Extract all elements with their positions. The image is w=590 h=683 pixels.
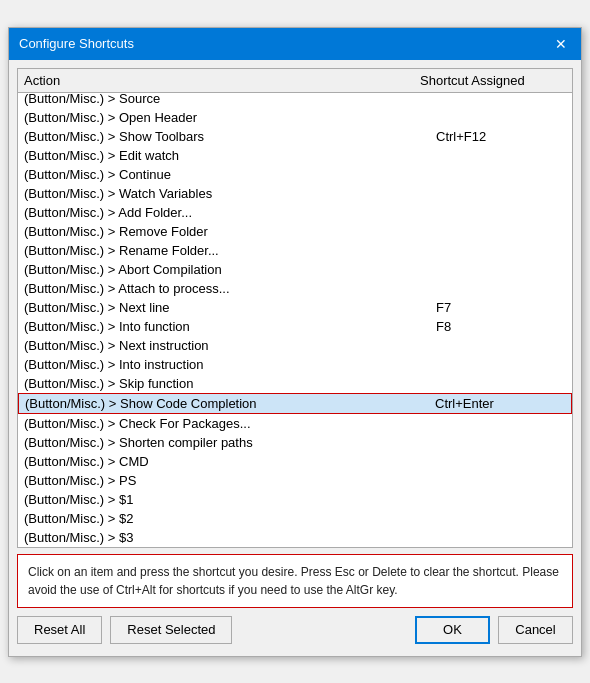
row-shortcut-text — [436, 416, 566, 431]
row-shortcut-text: F7 — [436, 300, 566, 315]
row-action-text: (Button/Misc.) > Shorten compiler paths — [24, 435, 436, 450]
row-action-text: (Button/Misc.) > Into function — [24, 319, 436, 334]
row-shortcut-text — [436, 262, 566, 277]
row-action-text: (Button/Misc.) > Abort Compilation — [24, 262, 436, 277]
row-shortcut-text — [436, 473, 566, 488]
table-row[interactable]: (Button/Misc.) > Add Folder... — [18, 203, 572, 222]
reset-all-button[interactable]: Reset All — [17, 616, 102, 644]
dialog-title: Configure Shortcuts — [19, 36, 134, 51]
row-shortcut-text — [436, 205, 566, 220]
row-shortcut-text — [436, 186, 566, 201]
button-row: Reset All Reset Selected OK Cancel — [17, 614, 573, 648]
row-action-text: (Button/Misc.) > Rename Folder... — [24, 243, 436, 258]
row-shortcut-text — [436, 511, 566, 526]
row-action-text: (Button/Misc.) > PS — [24, 473, 436, 488]
row-shortcut-text — [436, 93, 566, 106]
row-shortcut-text — [436, 281, 566, 296]
table-row[interactable]: (Button/Misc.) > Edit watch — [18, 146, 572, 165]
right-buttons: OK Cancel — [415, 616, 573, 644]
table-body[interactable]: (Button/Misc.) > View CPU window(Button/… — [18, 93, 572, 547]
table-row[interactable]: (Button/Misc.) > Into functionF8 — [18, 317, 572, 336]
row-shortcut-text: Ctrl+F12 — [436, 129, 566, 144]
table-row[interactable]: (Button/Misc.) > Next lineF7 — [18, 298, 572, 317]
row-action-text: (Button/Misc.) > $1 — [24, 492, 436, 507]
reset-selected-button[interactable]: Reset Selected — [110, 616, 232, 644]
table-row[interactable]: (Button/Misc.) > Attach to process... — [18, 279, 572, 298]
row-shortcut-text — [436, 530, 566, 545]
table-row[interactable]: (Button/Misc.) > Continue — [18, 165, 572, 184]
table-row[interactable]: (Button/Misc.) > Source — [18, 93, 572, 108]
row-shortcut-text — [436, 167, 566, 182]
row-action-text: (Button/Misc.) > Add Folder... — [24, 205, 436, 220]
row-action-text: (Button/Misc.) > Continue — [24, 167, 436, 182]
row-action-text: (Button/Misc.) > Source — [24, 93, 436, 106]
row-shortcut-text — [436, 243, 566, 258]
table-row[interactable]: (Button/Misc.) > Shorten compiler paths — [18, 433, 572, 452]
title-bar: Configure Shortcuts ✕ — [9, 28, 581, 60]
row-shortcut-text — [436, 148, 566, 163]
row-action-text: (Button/Misc.) > Next instruction — [24, 338, 436, 353]
table-row[interactable]: (Button/Misc.) > Next instruction — [18, 336, 572, 355]
row-action-text: (Button/Misc.) > CMD — [24, 454, 436, 469]
row-action-text: (Button/Misc.) > Skip function — [24, 376, 436, 391]
hint-box: Click on an item and press the shortcut … — [17, 554, 573, 608]
row-shortcut-text: Ctrl+Enter — [435, 396, 565, 411]
table-row[interactable]: (Button/Misc.) > Skip function — [18, 374, 572, 393]
table-row[interactable]: (Button/Misc.) > Abort Compilation — [18, 260, 572, 279]
table-row[interactable]: (Button/Misc.) > Remove Folder — [18, 222, 572, 241]
shortcuts-table: Action Shortcut Assigned (Button/Misc.) … — [17, 68, 573, 548]
table-header: Action Shortcut Assigned — [18, 69, 572, 93]
row-shortcut-text: F8 — [436, 319, 566, 334]
row-action-text: (Button/Misc.) > Remove Folder — [24, 224, 436, 239]
table-row[interactable]: (Button/Misc.) > $2 — [18, 509, 572, 528]
row-action-text: (Button/Misc.) > Next line — [24, 300, 436, 315]
row-action-text: (Button/Misc.) > Attach to process... — [24, 281, 436, 296]
table-row[interactable]: (Button/Misc.) > Watch Variables — [18, 184, 572, 203]
row-action-text: (Button/Misc.) > $2 — [24, 511, 436, 526]
row-action-text: (Button/Misc.) > Show Code Completion — [25, 396, 435, 411]
table-row[interactable]: (Button/Misc.) > Check For Packages... — [18, 414, 572, 433]
table-row[interactable]: (Button/Misc.) > $1 — [18, 490, 572, 509]
table-row[interactable]: (Button/Misc.) > Rename Folder... — [18, 241, 572, 260]
table-row[interactable]: (Button/Misc.) > $3 — [18, 528, 572, 547]
table-row[interactable]: (Button/Misc.) > Show Code CompletionCtr… — [18, 393, 572, 414]
dialog-body: Action Shortcut Assigned (Button/Misc.) … — [9, 60, 581, 656]
row-action-text: (Button/Misc.) > Show Toolbars — [24, 129, 436, 144]
header-action: Action — [24, 73, 420, 88]
cancel-button[interactable]: Cancel — [498, 616, 573, 644]
row-shortcut-text — [436, 454, 566, 469]
table-row[interactable]: (Button/Misc.) > Into instruction — [18, 355, 572, 374]
left-buttons: Reset All Reset Selected — [17, 616, 232, 644]
row-action-text: (Button/Misc.) > Edit watch — [24, 148, 436, 163]
row-shortcut-text — [436, 338, 566, 353]
table-row[interactable]: (Button/Misc.) > Open Header — [18, 108, 572, 127]
row-action-text: (Button/Misc.) > Check For Packages... — [24, 416, 436, 431]
header-shortcut: Shortcut Assigned — [420, 73, 550, 88]
ok-button[interactable]: OK — [415, 616, 490, 644]
row-shortcut-text — [436, 357, 566, 372]
row-shortcut-text — [436, 224, 566, 239]
table-row[interactable]: (Button/Misc.) > Show ToolbarsCtrl+F12 — [18, 127, 572, 146]
row-shortcut-text — [436, 110, 566, 125]
table-row[interactable]: (Button/Misc.) > PS — [18, 471, 572, 490]
row-action-text: (Button/Misc.) > Open Header — [24, 110, 436, 125]
close-button[interactable]: ✕ — [551, 37, 571, 51]
configure-shortcuts-dialog: Configure Shortcuts ✕ Action Shortcut As… — [8, 27, 582, 657]
row-action-text: (Button/Misc.) > Into instruction — [24, 357, 436, 372]
hint-text: Click on an item and press the shortcut … — [28, 565, 559, 597]
row-action-text: (Button/Misc.) > Watch Variables — [24, 186, 436, 201]
row-shortcut-text — [436, 376, 566, 391]
row-shortcut-text — [436, 435, 566, 450]
row-action-text: (Button/Misc.) > $3 — [24, 530, 436, 545]
row-shortcut-text — [436, 492, 566, 507]
table-row[interactable]: (Button/Misc.) > CMD — [18, 452, 572, 471]
